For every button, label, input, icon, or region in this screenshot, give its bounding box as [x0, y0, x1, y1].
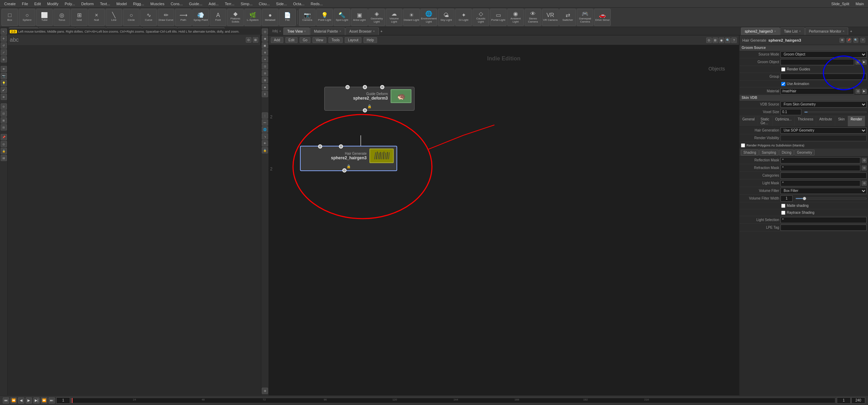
tool-stereo-camera[interactable]: 👁 Stereo Camera [525, 9, 541, 26]
node-graph-canvas[interactable]: Indie Edition Objects 2 2 [269, 45, 739, 395]
props-pin-btn[interactable]: 📌 [846, 38, 851, 43]
sub-tab-sampling[interactable]: Sampling [759, 150, 779, 155]
light-mask-input[interactable] [781, 180, 860, 186]
slider-thumb[interactable] [803, 197, 806, 200]
tab-material-palette[interactable]: Material Palette × [310, 27, 345, 35]
vp-sidebar-bottom[interactable]: ⊞ [262, 388, 268, 394]
tool-spray-paint[interactable]: 💨 Spray Paint [192, 9, 209, 26]
reflection-mask-input[interactable] [781, 157, 860, 163]
groom-object-pick[interactable]: ◎ [856, 60, 860, 65]
menu-modify[interactable]: Modify [44, 1, 61, 7]
ng-help-btn[interactable]: Help [364, 37, 377, 43]
ng-tools-btn[interactable]: Tools [328, 37, 343, 43]
frame-start-input[interactable] [837, 397, 851, 404]
tool-area-light[interactable]: ▣ Area Light [351, 9, 368, 26]
playhead[interactable] [72, 398, 73, 403]
vp-sidebar-mode5[interactable]: ✦ [262, 56, 268, 62]
tab-redshift[interactable]: Redshif... [865, 116, 868, 126]
add-props-tab-btn[interactable]: + [849, 28, 853, 34]
groom-object-arrow[interactable]: ▶ [862, 60, 867, 65]
tool-caustic-light[interactable]: ◇ Caustic Light [473, 9, 489, 26]
material-input[interactable] [781, 88, 854, 94]
menu-simp[interactable]: Simp... [238, 1, 255, 7]
menu-muscles[interactable]: Muscles [148, 1, 167, 7]
categories-input[interactable] [781, 172, 867, 179]
tab-perf-monitor[interactable]: Performance Monitor × [805, 27, 849, 35]
sub-tab-dicing[interactable]: Dicing [779, 150, 794, 155]
tool-platonic[interactable]: ◆ Platonic Solids [227, 9, 244, 26]
ng-toolbar-icon5[interactable]: ? [731, 37, 737, 43]
frame-end-input[interactable] [851, 397, 865, 404]
vp-sidebar-mode9[interactable]: ◈ [262, 84, 268, 90]
volume-filter-width-input[interactable] [781, 195, 793, 202]
raytrace-shading-checkbox[interactable] [781, 211, 785, 215]
tool-torus[interactable]: ◎ Torus [53, 9, 70, 26]
tab-general[interactable]: General [740, 116, 758, 126]
menu-rigg[interactable]: Rigg... [130, 1, 147, 7]
vp-sidebar-mode10[interactable]: ⊻ [262, 91, 268, 97]
reflection-mask-icon[interactable]: ◎ [862, 158, 867, 163]
ng-close-tab[interactable]: × [279, 29, 281, 33]
node-graph-panel[interactable]: Add Edit Go View Tools Layout Help ⊙ ⊞ ◉… [269, 35, 740, 395]
tab-attribute[interactable]: Attribute [816, 116, 835, 126]
tool-draw-curve[interactable]: ✏ Draw Curve [158, 9, 174, 26]
menu-reds[interactable]: Reds... [308, 1, 326, 7]
sidebar-snap[interactable]: ⊙ [1, 103, 7, 110]
sidebar-view[interactable]: 👁 [1, 66, 7, 72]
sidebar-lock[interactable]: 🔒 [1, 148, 7, 154]
play-start-btn[interactable]: ⏮ [3, 397, 9, 404]
sidebar-handle[interactable]: ⊕ [1, 56, 7, 62]
play-end-btn[interactable]: ⏭ [49, 397, 55, 404]
menu-deform[interactable]: Deform [78, 1, 97, 7]
menu-create[interactable]: Create [1, 1, 18, 7]
voxel-size-input[interactable] [781, 109, 801, 115]
menu-text[interactable]: Text... [97, 1, 113, 7]
props-help-btn[interactable]: ? [860, 38, 865, 43]
menu-guide[interactable]: Guide... [186, 1, 205, 7]
tab-take-list[interactable]: Take List × [780, 27, 805, 35]
ng-go-btn[interactable]: Go [300, 37, 310, 43]
props-gear-btn[interactable]: ⚙ [840, 38, 844, 43]
material-pick[interactable]: ◎ [856, 89, 860, 94]
sidebar-grid-snap[interactable]: ⊡ [1, 110, 7, 117]
frame-input[interactable] [56, 397, 70, 404]
sidebar-group[interactable]: ▤ [1, 155, 7, 161]
sidebar-point-snap[interactable]: ⊠ [1, 117, 7, 124]
menu-octa[interactable]: Octa... [290, 1, 307, 7]
vp-sidebar-mode12[interactable]: ⊷ [262, 119, 268, 126]
tool-portal-light[interactable]: ▭ Portal Light [490, 9, 507, 26]
tool-grid[interactable]: ⊞ Grid [71, 9, 87, 26]
lpe-tag-input[interactable] [781, 225, 867, 231]
play-next-frame-btn[interactable]: ▶| [33, 397, 40, 404]
tab-close-hairgen[interactable]: × [774, 29, 776, 33]
sidebar-scale[interactable]: ⤢ [1, 49, 7, 56]
tool-volume-light[interactable]: ☁ Volume Light [386, 9, 402, 26]
vp-sidebar-mode2[interactable]: ◉ [262, 35, 268, 42]
tool-null[interactable]: × Null [88, 9, 105, 26]
ng-toolbar-icon4[interactable]: 🔍 [725, 37, 731, 43]
tab-close-take[interactable]: × [799, 29, 801, 33]
use-animation-checkbox[interactable] [781, 82, 785, 86]
menu-side[interactable]: Side... [273, 1, 290, 7]
tool-sky-light[interactable]: 🌤 Sky Light [438, 9, 454, 26]
light-selection-input[interactable] [781, 217, 867, 223]
refraction-mask-icon[interactable]: ◎ [862, 166, 867, 170]
volume-filter-dropdown[interactable]: Box Filter [781, 188, 867, 194]
tool-path[interactable]: ⟿ Path [175, 9, 192, 26]
tool-tube[interactable]: ⬜ Tube [36, 9, 53, 26]
vp-sidebar-mode4[interactable]: ⊕ [262, 49, 268, 56]
sidebar-pin[interactable]: 📌 [1, 134, 7, 140]
sub-tab-shading[interactable]: Shading [741, 150, 759, 155]
sidebar-vis[interactable]: ◎ [1, 141, 7, 147]
groom-object-input[interactable] [781, 59, 854, 65]
add-ng-tab-btn[interactable]: + [379, 28, 384, 34]
menu-file[interactable]: File [19, 1, 31, 7]
tool-metaball[interactable]: ● Metaball [262, 9, 278, 26]
vp-abc-label[interactable]: abc [10, 37, 19, 43]
refraction-mask-input[interactable] [781, 165, 860, 171]
sidebar-edge-snap[interactable]: ⊟ [1, 124, 7, 130]
tab-skin[interactable]: Skin [835, 116, 848, 126]
tab-static-geo[interactable]: Static Ge... [758, 116, 773, 126]
ng-add-btn[interactable]: Add [271, 37, 283, 43]
menu-model[interactable]: Model [114, 1, 130, 7]
